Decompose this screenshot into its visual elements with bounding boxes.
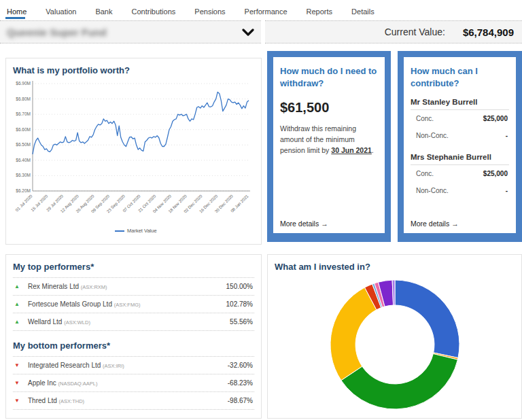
performers-panel: My top performers* ▲Rex Minerals Ltd (AS… xyxy=(5,254,262,419)
more-details-label: More details xyxy=(411,220,449,228)
invested-donut-chart[interactable] xyxy=(275,272,516,411)
contribution-cap-value: $25,000 xyxy=(483,170,508,177)
withdraw-description-suffix: . xyxy=(372,146,374,154)
portfolio-worth-panel: What is my portfolio worth? $6.90M$6.80M… xyxy=(5,58,262,245)
nav-tab-valuation[interactable]: Valuation xyxy=(44,2,77,19)
performer-row: ▲Fortescue Metals Group Ltd (ASX:FMG)102… xyxy=(13,296,254,313)
nav-tab-details[interactable]: Details xyxy=(350,2,376,19)
security-name: Apple Inc (NASDAQ:AAPL) xyxy=(28,379,228,387)
withdraw-more-details-link[interactable]: More details→ xyxy=(280,220,328,228)
contribute-more-details-link[interactable]: More details→ xyxy=(411,220,459,228)
contribute-card-title: How much can I contribute? xyxy=(411,65,509,89)
due-date-link[interactable]: 30 Jun 2021 xyxy=(331,146,372,154)
nav-tab-bank[interactable]: Bank xyxy=(94,2,114,19)
performance-value: 150.00% xyxy=(226,283,253,290)
bottom-performers-title: My bottom performers* xyxy=(13,340,254,351)
performance-value: 102.78% xyxy=(226,300,253,308)
contribute-card: How much can I contribute? Mr Stanley Bu… xyxy=(398,51,522,242)
contribution-row: Non-Conc.- xyxy=(411,182,509,199)
legend-label: Market Value xyxy=(127,228,157,234)
current-value-section: Current Value: $6,784,909 xyxy=(265,20,522,43)
security-name: Fortescue Metals Group Ltd (ASX:FMG) xyxy=(28,300,226,308)
performer-row: ▼Apple Inc (NASDAQ:AAPL)-68.23% xyxy=(13,374,254,392)
main-content: What is my portfolio worth? $6.90M$6.80M… xyxy=(0,51,522,419)
performer-row: ▼Integrated Research Ltd (ASX:IRI)-32.60… xyxy=(13,357,254,374)
performance-value: 55.56% xyxy=(230,318,253,326)
security-name: Thred Ltd (ASX:THD) xyxy=(28,397,228,404)
top-performers-list: ▲Rex Minerals Ltd (ASX:RXM)150.00%▲Forte… xyxy=(13,277,254,331)
top-performers-title: My top performers* xyxy=(13,262,254,272)
contribution-row: Conc.$25,000 xyxy=(411,110,509,127)
member-name: Mrs Stephanie Burrell xyxy=(411,153,509,165)
security-ticker: (ASX:RXM) xyxy=(81,284,107,290)
security-ticker: (ASX:FMG) xyxy=(114,302,141,308)
withdraw-card: How much do I need to withdraw? $61,500 … xyxy=(267,51,391,242)
performance-value: -98.67% xyxy=(228,397,253,404)
y-axis-tick-label: $6.60M xyxy=(16,127,31,132)
up-triangle-icon: ▲ xyxy=(14,319,28,325)
fund-name: Queenie Super Fund xyxy=(7,27,107,38)
security-ticker: (ASX:THD) xyxy=(59,398,85,404)
y-axis-tick-label: $6.90M xyxy=(16,81,31,86)
contribution-cap-value: - xyxy=(506,187,508,194)
market-value-line[interactable] xyxy=(33,92,249,154)
contribution-cap-value: $25,000 xyxy=(483,115,508,122)
down-triangle-icon: ▼ xyxy=(14,362,28,368)
right-arrow-icon: → xyxy=(321,220,328,228)
right-arrow-icon: → xyxy=(451,220,459,228)
contribution-row: Conc.$25,000 xyxy=(411,165,509,182)
chevron-down-icon[interactable] xyxy=(242,28,254,37)
top-nav: HomeValuationBankContributionsPensionsPe… xyxy=(0,0,522,20)
security-ticker: (ASX:IRI) xyxy=(103,363,124,369)
security-name: Wellard Ltd (ASX:WLD) xyxy=(28,318,230,326)
nav-tab-home[interactable]: Home xyxy=(5,2,28,19)
performer-row: ▼Thred Ltd (ASX:THD)-98.67% xyxy=(13,392,254,410)
performance-value: -68.23% xyxy=(228,379,253,387)
bottom-performers-list: ▼Integrated Research Ltd (ASX:IRI)-32.60… xyxy=(13,356,254,410)
member-section: Mrs Stephanie BurrellConc.$25,000Non-Con… xyxy=(411,153,509,199)
security-name: Rex Minerals Ltd (ASX:RXM) xyxy=(28,283,226,290)
security-ticker: (NASDAQ:AAPL) xyxy=(58,381,97,387)
withdraw-amount: $61,500 xyxy=(280,100,378,116)
performance-value: -32.60% xyxy=(228,362,253,369)
portfolio-panel-title: What is my portfolio worth? xyxy=(13,65,254,75)
nav-tab-performance[interactable]: Performance xyxy=(243,2,289,19)
y-axis-tick-label: $6.40M xyxy=(16,158,31,162)
member-name: Mr Stanley Burrell xyxy=(411,98,509,110)
current-value-amount: $6,784,909 xyxy=(463,27,514,38)
donut-slice-yellow[interactable] xyxy=(330,287,377,381)
contribution-type-label: Conc. xyxy=(416,115,434,122)
contribution-row: Non-Conc.- xyxy=(411,127,509,144)
withdraw-card-title: How much do I need to withdraw? xyxy=(280,65,378,89)
contribution-type-label: Conc. xyxy=(416,170,434,177)
donut-slice-blue[interactable] xyxy=(395,280,459,358)
nav-tab-reports[interactable]: Reports xyxy=(305,2,334,19)
y-axis-tick-label: $6.30M xyxy=(16,173,31,177)
down-triangle-icon: ▼ xyxy=(14,398,28,404)
more-details-label: More details xyxy=(280,220,319,228)
fund-bar: Queenie Super Fund Current Value: $6,784… xyxy=(0,20,522,43)
invested-panel: What am I invested in? xyxy=(267,254,522,419)
security-name: Integrated Research Ltd (ASX:IRI) xyxy=(28,362,228,369)
performer-row: ▲Rex Minerals Ltd (ASX:RXM)150.00% xyxy=(13,278,254,296)
down-triangle-icon: ▼ xyxy=(14,380,28,386)
y-axis-tick-label: $6.20M xyxy=(16,188,31,193)
contribution-type-label: Non-Conc. xyxy=(416,132,449,139)
nav-tab-pensions[interactable]: Pensions xyxy=(193,2,226,19)
y-axis-tick-label: $6.80M xyxy=(16,97,31,101)
invested-panel-title: What am I invested in? xyxy=(275,262,515,272)
contribution-cap-value: - xyxy=(506,132,508,139)
security-ticker: (ASX:WLD) xyxy=(64,319,90,326)
y-axis-tick-label: $6.50M xyxy=(16,142,31,147)
current-value-label: Current Value: xyxy=(385,27,445,37)
y-axis-tick-label: $6.70M xyxy=(16,111,31,116)
up-triangle-icon: ▲ xyxy=(14,283,28,290)
up-triangle-icon: ▲ xyxy=(14,301,28,307)
contribute-members: Mr Stanley BurrellConc.$25,000Non-Conc.-… xyxy=(411,98,509,199)
nav-tab-contributions[interactable]: Contributions xyxy=(130,2,177,19)
performer-row: ▲Wellard Ltd (ASX:WLD)55.56% xyxy=(13,313,254,331)
portfolio-line-chart[interactable]: $6.90M$6.80M$6.70M$6.60M$6.50M$6.40M$6.3… xyxy=(13,75,256,241)
contribution-type-label: Non-Conc. xyxy=(416,187,449,194)
member-section: Mr Stanley BurrellConc.$25,000Non-Conc.- xyxy=(411,98,509,144)
fund-selector[interactable]: Queenie Super Fund xyxy=(0,20,261,43)
